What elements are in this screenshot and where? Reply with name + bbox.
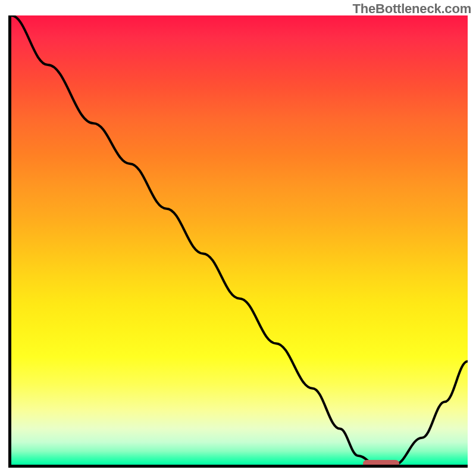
x-axis	[8, 465, 468, 468]
watermark-text: TheBottleneck.com	[352, 1, 471, 17]
plot-area	[11, 15, 468, 465]
chart-container: TheBottleneck.com	[0, 0, 476, 476]
curve-path	[11, 15, 468, 465]
bottleneck-curve	[11, 15, 468, 465]
min-marker	[363, 460, 399, 465]
y-axis	[8, 15, 11, 466]
